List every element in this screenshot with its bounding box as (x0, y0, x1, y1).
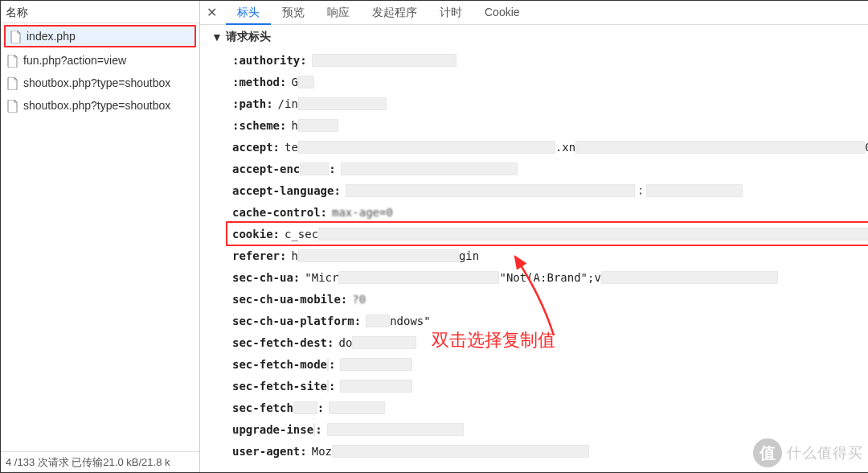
header-value (327, 423, 464, 436)
header-value: max-age=0 (332, 206, 393, 219)
header-row[interactable]: sec-fetch-mode: (232, 353, 868, 375)
expand-triangle-icon: ▼ (211, 31, 223, 43)
colon: : (273, 228, 280, 241)
header-value: /in (278, 97, 387, 110)
pixelated-icon (298, 141, 555, 154)
header-value (340, 380, 412, 393)
pixelated-icon (298, 119, 338, 132)
header-row[interactable]: accept-enc: (232, 158, 868, 179)
header-row[interactable]: upgrade-inse: (232, 418, 868, 440)
pixelated-icon (327, 423, 464, 436)
header-row[interactable]: accept:te.xn0.8,appli (232, 136, 868, 158)
value-text: ?0 (352, 293, 366, 306)
value-text: max-age=0 (332, 206, 393, 219)
file-icon (7, 53, 18, 67)
tab-1[interactable]: 预览 (271, 1, 316, 23)
colon: : (341, 293, 347, 306)
header-value: c_sec=eW (285, 228, 868, 241)
pixelated-icon (327, 380, 329, 393)
header-key: cookie (232, 228, 273, 241)
value-text: h (291, 249, 297, 262)
headers-content: ▼ 请求标头 :authority::method:G:path:/in:sch… (200, 25, 868, 472)
request-name: shoutbox.php?type=shoutbox (23, 99, 170, 112)
colon: : (280, 119, 286, 132)
header-row[interactable]: :path:/in (232, 93, 868, 114)
header-row[interactable]: accept-language:； (232, 179, 868, 201)
header-row[interactable]: sec-fetch-dest:do (232, 331, 868, 353)
tab-3[interactable]: 发起程序 (361, 1, 428, 23)
tab-4[interactable]: 计时 (428, 1, 473, 23)
value-text: te (285, 141, 298, 154)
details-panel: ✕ 标头预览响应发起程序计时Cookie ▼ 请求标头 :authority::… (200, 1, 868, 472)
header-value: do (338, 336, 416, 349)
section-request-headers[interactable]: ▼ 请求标头 (211, 30, 868, 44)
request-name: fun.php?action=view (23, 54, 126, 67)
pixelated-icon (346, 184, 635, 197)
header-key: sec-fetch (232, 401, 293, 414)
pixelated-icon (300, 162, 329, 175)
value-text: "Not(A:Brand";v (499, 271, 600, 284)
tab-2[interactable]: 响应 (316, 1, 361, 23)
watermark: 值 什么值得买 (753, 438, 863, 467)
value-text: gin (459, 249, 479, 262)
request-row[interactable]: shoutbox.php?type=shoutbox (1, 94, 199, 117)
header-key: :authority (232, 54, 300, 67)
header-value (329, 401, 385, 414)
header-row[interactable]: sec-fetch: (232, 397, 868, 418)
pixelated-icon (352, 336, 416, 349)
request-row[interactable]: index.php (4, 25, 196, 47)
header-key: accept (232, 141, 273, 154)
header-row[interactable]: :method:G (232, 71, 868, 93)
colon: : (300, 445, 306, 458)
header-value: ?0 (352, 293, 366, 306)
header-row[interactable]: cookie:c_sec=eW (232, 223, 868, 245)
header-row[interactable]: referer:hgin (232, 245, 868, 266)
header-row[interactable]: :authority: (232, 49, 868, 71)
close-icon[interactable]: ✕ (203, 5, 219, 21)
header-row[interactable]: sec-ch-ua-mobile:?0 (232, 288, 868, 310)
header-key: :method (232, 76, 280, 88)
pixelated-icon (366, 315, 390, 327)
value-text: "Micr (305, 271, 338, 284)
pixelated-icon (293, 401, 317, 414)
tab-0[interactable]: 标头 (226, 1, 271, 25)
header-row[interactable]: sec-ch-ua:"Micr"Not(A:Brand";v (232, 266, 868, 288)
requests-footer: 4 /133 次请求 已传输21.0 kB/21.8 k (1, 451, 199, 472)
header-value: G (291, 76, 313, 88)
header-value: te.xn0.8,appli (285, 141, 868, 154)
header-value (312, 54, 457, 67)
colon: : (266, 97, 272, 110)
request-row[interactable]: shoutbox.php?type=shoutbox (1, 72, 199, 94)
header-key: referer (232, 249, 280, 262)
header-row[interactable]: sec-ch-ua-platform:ndows" (232, 310, 868, 331)
header-key: sec-fetch-dest (232, 336, 327, 349)
header-key: :path (232, 97, 266, 110)
pixelated-icon (312, 54, 457, 67)
pixelated-icon (341, 162, 518, 175)
value-text: ndows" (390, 315, 431, 327)
pixelated-icon (646, 184, 743, 197)
value-text: G (291, 76, 297, 88)
header-row[interactable]: cache-control:max-age=0 (232, 201, 868, 223)
file-icon (7, 98, 18, 112)
colon: : (293, 271, 300, 284)
header-row[interactable]: sec-fetch-site: (232, 375, 868, 397)
colon: : (273, 141, 280, 154)
pixelated-icon (575, 141, 865, 154)
tab-5[interactable]: Cookie (473, 1, 531, 23)
value-text: /in (278, 97, 298, 110)
request-name: shoutbox.php?type=shoutbox (23, 76, 170, 89)
pixelated-icon (329, 401, 385, 414)
pixelated-icon (298, 76, 314, 88)
file-icon (7, 76, 18, 89)
header-value: ； (346, 183, 743, 198)
request-row[interactable]: fun.php?action=view (1, 49, 199, 72)
pixelated-icon (601, 271, 778, 284)
header-value (341, 162, 518, 175)
header-key: cache-control (232, 206, 321, 219)
header-row[interactable]: :scheme:h (232, 114, 868, 136)
pixelated-icon (340, 358, 412, 371)
headers-list: :authority::method:G:path:/in:scheme:hac… (211, 49, 868, 462)
header-key: sec-ch-ua (232, 271, 293, 284)
value-text: do (338, 336, 352, 349)
